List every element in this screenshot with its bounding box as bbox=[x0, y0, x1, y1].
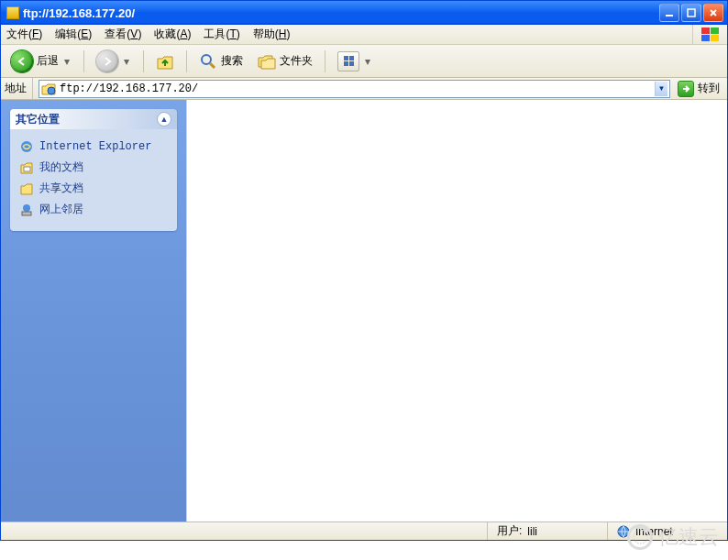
svg-rect-0 bbox=[666, 15, 673, 16]
file-list-pane[interactable] bbox=[186, 100, 727, 522]
network-places-icon bbox=[19, 203, 34, 217]
menu-help[interactable]: 帮助(H) bbox=[251, 25, 292, 44]
address-input[interactable]: ftp://192.168.177.20/ ▼ bbox=[39, 80, 670, 98]
my-documents-icon bbox=[19, 160, 34, 175]
search-button[interactable]: 搜索 bbox=[194, 49, 248, 73]
sidebar-item-ie[interactable]: Internet Explorer bbox=[19, 137, 168, 157]
address-url: ftp://192.168.177.20/ bbox=[60, 82, 655, 95]
svg-rect-2 bbox=[701, 27, 710, 34]
folder-up-icon bbox=[156, 52, 174, 71]
folders-label: 文件夹 bbox=[280, 53, 313, 69]
sidebar-item-shared[interactable]: 共享文档 bbox=[19, 178, 168, 199]
menubar: 文件(F) 编辑(E) 查看(V) 收藏(A) 工具(T) 帮助(H) bbox=[1, 25, 727, 45]
windows-flag-icon bbox=[692, 25, 727, 44]
views-button[interactable]: ▾ bbox=[333, 49, 377, 74]
sidebar-item-label: 我的文档 bbox=[39, 159, 83, 175]
back-label: 后退 bbox=[37, 53, 59, 69]
forward-button[interactable]: ▾ bbox=[92, 48, 136, 75]
sidebar-item-mydocs[interactable]: 我的文档 bbox=[19, 157, 168, 178]
back-button[interactable]: 后退 ▾ bbox=[6, 48, 76, 75]
ie-icon bbox=[19, 139, 34, 154]
titlebar[interactable]: ftp://192.168.177.20/ bbox=[1, 1, 727, 25]
up-button[interactable] bbox=[151, 49, 179, 73]
svg-rect-9 bbox=[24, 167, 30, 171]
separator bbox=[186, 50, 187, 72]
sidebar: 其它位置 ▲ Internet Explorer 我的文档 bbox=[1, 100, 186, 522]
nav-toolbar: 后退 ▾ ▾ 搜索 文件夹 bbox=[1, 45, 727, 78]
maximize-button[interactable] bbox=[681, 4, 701, 22]
app-icon bbox=[6, 6, 19, 19]
svg-point-10 bbox=[23, 204, 30, 212]
svg-rect-11 bbox=[22, 212, 31, 215]
status-bar: 用户: lili Internet bbox=[1, 522, 727, 540]
separator bbox=[83, 50, 84, 72]
client-area: 其它位置 ▲ Internet Explorer 我的文档 bbox=[1, 100, 727, 522]
go-arrow-icon bbox=[678, 81, 694, 97]
separator bbox=[325, 50, 325, 72]
window-title: ftp://192.168.177.20/ bbox=[23, 6, 135, 20]
user-value: lili bbox=[527, 525, 537, 538]
other-places-panel: 其它位置 ▲ Internet Explorer 我的文档 bbox=[10, 109, 177, 231]
window-controls bbox=[659, 4, 727, 22]
menu-fav[interactable]: 收藏(A) bbox=[152, 25, 193, 44]
sidebar-item-network[interactable]: 网上邻居 bbox=[19, 199, 168, 220]
panel-header[interactable]: 其它位置 ▲ bbox=[10, 109, 177, 129]
watermark: ୖ 亿速云 bbox=[627, 523, 719, 551]
go-button[interactable]: 转到 bbox=[674, 80, 723, 98]
user-label: 用户: bbox=[497, 523, 522, 539]
menu-view[interactable]: 查看(V) bbox=[103, 25, 143, 44]
go-label: 转到 bbox=[698, 81, 720, 96]
watermark-text: 亿速云 bbox=[658, 523, 719, 551]
sidebar-item-label: 共享文档 bbox=[39, 181, 83, 196]
address-label: 地址 bbox=[5, 81, 27, 96]
address-bar: 地址 ftp://192.168.177.20/ ▼ 转到 bbox=[1, 78, 727, 100]
chevron-down-icon: ▾ bbox=[62, 55, 72, 68]
status-message bbox=[1, 522, 487, 540]
menu-tools[interactable]: 工具(T) bbox=[202, 25, 241, 44]
svg-rect-3 bbox=[711, 27, 719, 34]
menu-file[interactable]: 文件(F) bbox=[5, 25, 44, 44]
sidebar-item-label: 网上邻居 bbox=[39, 202, 83, 217]
search-icon bbox=[199, 52, 217, 71]
svg-rect-4 bbox=[701, 35, 710, 41]
svg-rect-5 bbox=[711, 35, 719, 41]
folders-button[interactable]: 文件夹 bbox=[253, 50, 317, 72]
panel-title: 其它位置 bbox=[16, 112, 60, 127]
chevron-down-icon[interactable]: ▼ bbox=[655, 82, 667, 96]
arrow-left-icon bbox=[11, 50, 33, 72]
search-label: 搜索 bbox=[221, 53, 243, 69]
explorer-window: ftp://192.168.177.20/ 文件(F) 编辑(E) 查看(V) … bbox=[0, 0, 728, 541]
separator bbox=[143, 50, 144, 72]
svg-point-6 bbox=[202, 55, 211, 64]
folders-icon bbox=[258, 53, 276, 70]
svg-point-7 bbox=[48, 87, 55, 94]
watermark-icon: ୖ bbox=[627, 524, 653, 550]
collapse-icon[interactable]: ▲ bbox=[157, 112, 171, 126]
ftp-folder-icon bbox=[41, 82, 56, 96]
minimize-button[interactable] bbox=[659, 4, 679, 22]
panel-body: Internet Explorer 我的文档 共享文档 bbox=[10, 129, 177, 231]
menu-edit[interactable]: 编辑(E) bbox=[53, 25, 94, 44]
arrow-right-icon bbox=[96, 50, 118, 72]
status-user: 用户: lili bbox=[488, 522, 607, 540]
svg-rect-1 bbox=[688, 9, 695, 16]
chevron-down-icon: ▾ bbox=[122, 55, 131, 68]
shared-documents-icon bbox=[19, 181, 34, 196]
close-button[interactable] bbox=[703, 4, 723, 22]
views-icon bbox=[337, 51, 359, 71]
separator bbox=[32, 78, 33, 100]
chevron-down-icon: ▾ bbox=[363, 55, 372, 68]
sidebar-item-label: Internet Explorer bbox=[39, 140, 151, 153]
